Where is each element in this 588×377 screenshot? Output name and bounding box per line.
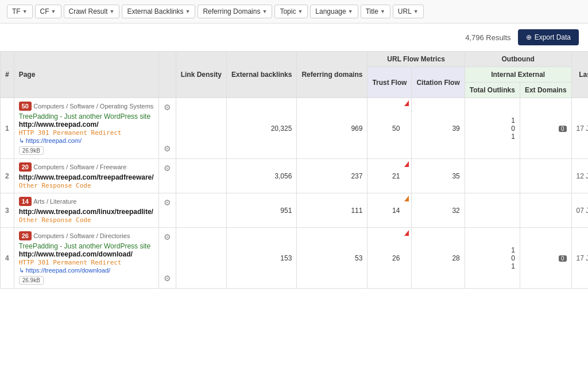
row-ref-domains: 969: [297, 98, 368, 159]
row-linkdensity: [176, 159, 226, 193]
row-ext-backlinks: 153: [227, 228, 297, 289]
trust-flow-value: 26: [392, 254, 400, 262]
page-url: http://www.treepad.com/treepadfreeware/: [19, 173, 154, 181]
filter-language[interactable]: Language ▼: [310, 5, 358, 18]
table-row: 220 Computers / Software / Freewarehttp:…: [1, 159, 589, 193]
row-ref-domains: 111: [297, 193, 368, 228]
topic-path: Computers / Software / Freeware: [33, 164, 126, 170]
col-header-gear: [158, 52, 176, 98]
row-total-outlinks: [465, 159, 520, 193]
row-ext-domains: 0: [520, 228, 571, 289]
col-header-num: #: [1, 52, 14, 98]
outlink-value: 1: [470, 262, 515, 270]
main-table-wrap: # Page Link Density External backlinks R…: [0, 51, 588, 289]
row-ext-backlinks: 951: [227, 193, 297, 228]
redirect-type: HTTP 301 Permanent Redirect: [19, 129, 122, 137]
row-last-seen: 17 Jan 2020: [571, 228, 588, 289]
topic-path: Computers / Software / Operating Systems: [33, 103, 153, 110]
chevron-extback-icon: ▼: [185, 9, 191, 14]
filter-title[interactable]: Title ▼: [361, 5, 390, 18]
filter-refdom[interactable]: Referring Domains ▼: [198, 5, 272, 18]
topic-score-badge: 50: [19, 102, 32, 111]
row-ext-domains: 0: [520, 98, 571, 159]
page-url: http://www.treepad.com/linux/treepadlite…: [19, 208, 153, 216]
row-ext-backlinks: 3,056: [227, 159, 297, 193]
gear-icon-2[interactable]: ⚙: [164, 144, 171, 153]
trust-flow-value: 21: [392, 172, 400, 180]
row-number: 2: [1, 159, 14, 193]
chevron-title-icon: ▼: [380, 9, 385, 14]
chevron-language-icon: ▼: [348, 9, 353, 14]
row-page: 14 Arts / Literaturehttp://www.treepad.c…: [14, 193, 158, 228]
col-header-citation: Citation Flow: [412, 67, 465, 98]
row-citation-flow: 35: [412, 159, 465, 193]
gear-icon[interactable]: ⚙: [164, 198, 171, 207]
col-header-linkdensity: Link Density: [176, 52, 226, 98]
filter-extback[interactable]: External Backlinks ▼: [122, 5, 195, 18]
filter-cf[interactable]: CF ▼: [35, 5, 61, 18]
trust-flow-indicator: [404, 196, 409, 201]
col-header-urlflow: URL Flow Metrics: [368, 52, 465, 67]
filter-topic[interactable]: Topic ▼: [274, 5, 308, 18]
filter-crawl[interactable]: Crawl Result ▼: [64, 5, 120, 18]
row-ext-domains: [520, 159, 571, 193]
chevron-topic-icon: ▼: [297, 9, 303, 14]
col-header-internal-external: Internal External: [465, 67, 571, 83]
gear-icon-2[interactable]: ⚙: [164, 274, 171, 283]
chevron-url-icon: ▼: [413, 9, 419, 14]
col-header-refdom: Referring domains: [297, 52, 368, 98]
filter-tf[interactable]: TF ▼: [7, 5, 33, 18]
results-bar: 4,796 Results ⊕ Export Data: [0, 24, 588, 51]
row-number: 1: [1, 98, 14, 159]
row-last-seen: 12 Jan 2020: [571, 159, 588, 193]
row-total-outlinks: 101: [465, 98, 520, 159]
gear-icon[interactable]: ⚙: [164, 232, 171, 242]
row-gear-cell: ⚙: [158, 159, 176, 193]
row-gear-cell: ⚙: [158, 193, 176, 228]
row-citation-flow: 39: [412, 98, 465, 159]
trust-flow-indicator: [404, 161, 409, 167]
gear-icon[interactable]: ⚙: [164, 164, 171, 173]
table-row: 426 Computers / Software / DirectoriesTr…: [1, 228, 589, 289]
site-name: TreePadding - Just another WordPress sit…: [19, 112, 150, 121]
col-header-trust: Trust Flow: [368, 67, 412, 98]
trust-flow-value: 50: [392, 125, 400, 133]
row-page: 26 Computers / Software / DirectoriesTre…: [14, 228, 158, 289]
outlink-value: 0: [470, 125, 515, 133]
filter-url[interactable]: URL ▼: [393, 5, 424, 18]
topic-score-badge: 26: [19, 231, 32, 240]
row-number: 4: [1, 228, 14, 289]
outlink-value: 1: [470, 116, 515, 125]
trust-flow-indicator: [404, 100, 409, 106]
row-ext-domains: [520, 193, 571, 228]
row-trust-flow: 50: [368, 98, 412, 159]
table-row: 150 Computers / Software / Operating Sys…: [1, 98, 589, 159]
other-response: Other Response Code: [19, 216, 91, 224]
file-size: 26.9kB: [19, 276, 44, 285]
chevron-tf-icon: ▼: [22, 9, 28, 14]
page-url: http://www.treepad.com/: [19, 121, 99, 129]
row-trust-flow: 21: [368, 159, 412, 193]
results-table: # Page Link Density External backlinks R…: [0, 51, 588, 289]
col-header-extback: External backlinks: [227, 52, 297, 98]
chevron-crawl-icon: ▼: [110, 9, 115, 14]
row-last-seen: 17 Jan 2020: [571, 98, 588, 159]
row-trust-flow: 14: [368, 193, 412, 228]
topic-score-badge: 14: [19, 197, 32, 206]
row-citation-flow: 28: [412, 228, 465, 289]
outlink-value: 1: [470, 246, 515, 254]
gear-icon[interactable]: ⚙: [164, 103, 171, 112]
topic-path: Arts / Literature: [33, 198, 76, 205]
ext-domains-badge: 0: [559, 255, 567, 262]
ext-domains-badge: 0: [559, 126, 567, 132]
row-total-outlinks: [465, 193, 520, 228]
col-header-page: Page: [14, 52, 158, 98]
chevron-cf-icon: ▼: [51, 9, 56, 14]
col-header-ext-domains: Ext Domains: [520, 83, 571, 98]
export-button[interactable]: ⊕ Export Data: [518, 29, 579, 45]
other-response: Other Response Code: [19, 182, 91, 189]
col-header-lastseen: Last Seen: [571, 52, 588, 98]
topic-score-badge: 20: [19, 162, 32, 172]
row-linkdensity: [176, 98, 226, 159]
col-header-total-outlinks: Total Outlinks: [465, 83, 520, 98]
